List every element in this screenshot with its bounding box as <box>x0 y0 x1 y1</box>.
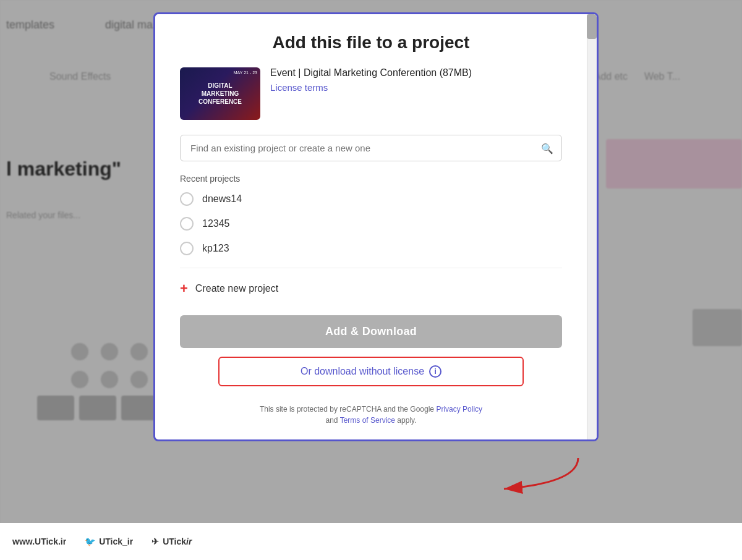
modal-scrollbar[interactable] <box>587 14 597 439</box>
download-no-license-button[interactable]: Or download without license i <box>218 357 524 386</box>
radio-option-12345[interactable]: 12345 <box>180 217 562 231</box>
search-input[interactable] <box>180 135 562 161</box>
file-thumbnail: MAY 21 - 23 DIGITALMARKETINGCONFERENCE <box>180 67 260 120</box>
telegram-icon: ✈ <box>151 537 159 546</box>
create-new-project[interactable]: + Create new project <box>180 281 562 297</box>
website-label: www.UTick.ir <box>12 537 66 546</box>
create-project-label: Create new project <box>195 283 278 294</box>
twitter-handle: UTick_ir <box>99 537 133 546</box>
plus-icon: + <box>180 281 188 297</box>
download-no-license-text: Or download without license <box>301 366 424 377</box>
search-icon: 🔍 <box>541 142 553 154</box>
bottom-bar: www.UTick.ir 🐦 UTick_ir ✈ UTickir <box>0 523 742 560</box>
add-to-project-modal: Add this file to a project MAY 21 - 23 D… <box>153 12 599 441</box>
modal-title: Add this file to a project <box>180 33 562 53</box>
file-details: Event | Digital Marketing Conferention (… <box>270 67 472 93</box>
radio-option-dnews14[interactable]: dnews14 <box>180 192 562 206</box>
radio-kp123[interactable] <box>180 242 194 255</box>
thumbnail-text: DIGITALMARKETINGCONFERENCE <box>198 82 242 106</box>
recaptcha-text: This site is protected by reCAPTCHA and … <box>180 405 562 414</box>
twitter-icon: 🐦 <box>85 537 95 546</box>
search-wrapper: 🔍 <box>180 135 562 161</box>
license-terms-link[interactable]: License terms <box>270 82 472 93</box>
privacy-policy-link[interactable]: Privacy Policy <box>436 405 482 414</box>
file-name: Event | Digital Marketing Conferention (… <box>270 67 472 78</box>
twitter-item: 🐦 UTick_ir <box>85 537 133 546</box>
radio-12345[interactable] <box>180 217 194 231</box>
radio-option-kp123[interactable]: kp123 <box>180 242 562 255</box>
scrollbar-thumb[interactable] <box>587 14 597 39</box>
download-no-license-wrapper: Or download without license i <box>180 357 562 396</box>
project-name-dnews14: dnews14 <box>202 193 242 205</box>
recent-projects-label: Recent projects <box>180 174 562 184</box>
telegram-handle: UTickir <box>163 537 192 546</box>
terms-of-service-link[interactable]: Terms of Service <box>340 416 395 425</box>
telegram-item: ✈ UTickir <box>151 537 192 546</box>
project-name-12345: 12345 <box>202 218 230 229</box>
website-text: www.UTick.ir <box>12 537 66 546</box>
recaptcha-text-2: and Terms of Service apply. <box>180 416 562 425</box>
project-name-kp123: kp123 <box>202 243 229 254</box>
divider <box>180 268 562 268</box>
file-info-row: MAY 21 - 23 DIGITALMARKETINGCONFERENCE E… <box>180 67 562 120</box>
info-icon: i <box>429 365 441 378</box>
thumbnail-date: MAY 21 - 23 <box>234 70 257 75</box>
radio-dnews14[interactable] <box>180 192 194 206</box>
add-download-button[interactable]: Add & Download <box>180 315 562 348</box>
modal-content: Add this file to a project MAY 21 - 23 D… <box>180 33 572 425</box>
